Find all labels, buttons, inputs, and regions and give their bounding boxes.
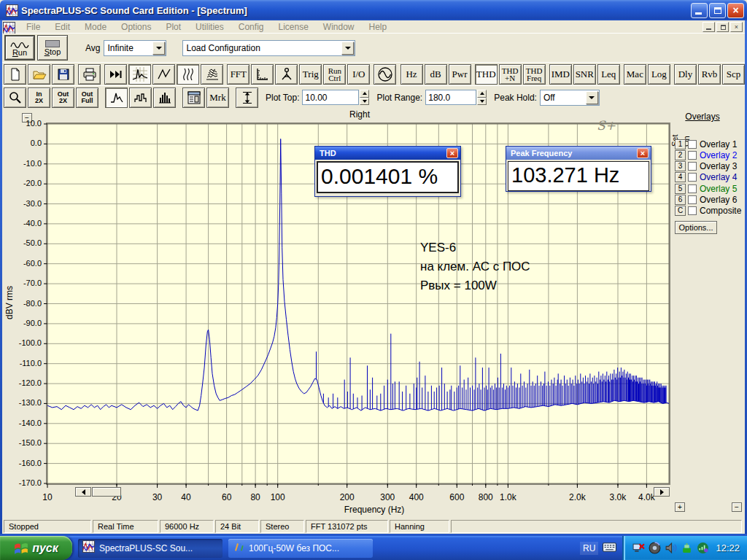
zoom-out-pane-button[interactable]: −: [732, 502, 742, 512]
zoom-in-2x-button[interactable]: In 2X: [28, 88, 50, 108]
overlay-on-checkbox-C[interactable]: [688, 206, 697, 215]
db-units-button[interactable]: dB: [425, 64, 447, 85]
close-icon[interactable]: ×: [637, 148, 649, 158]
imd-button[interactable]: IMD: [549, 64, 572, 85]
fast-forward-button[interactable]: [104, 64, 127, 85]
hz-units-button[interactable]: Hz: [400, 64, 423, 85]
snr-button[interactable]: SNR: [573, 64, 596, 85]
mdi-restore-button[interactable]: [716, 22, 729, 32]
menu-utilities[interactable]: Utilities: [188, 22, 231, 32]
reverb-button[interactable]: Rvb: [698, 64, 721, 85]
overlay-set-button-C[interactable]: C: [675, 206, 686, 216]
io-device-button[interactable]: I/O: [347, 64, 370, 85]
marker-button[interactable]: Mrk: [206, 88, 229, 108]
bar-graph-view-button[interactable]: [153, 88, 176, 108]
menu-window[interactable]: Window: [316, 22, 362, 32]
leq-button[interactable]: Leq: [597, 64, 620, 85]
configuration-select[interactable]: Load Configuration: [182, 40, 355, 56]
plot-top-input[interactable]: [302, 90, 359, 105]
plot-range-input[interactable]: [425, 90, 476, 105]
thd-freq-button[interactable]: THD Freq: [523, 64, 546, 85]
scroll-left-button[interactable]: [75, 487, 91, 497]
overlay-on-checkbox-5[interactable]: [688, 184, 697, 193]
overlay-on-checkbox-4[interactable]: [688, 173, 697, 182]
plot-top-spinner[interactable]: [360, 90, 369, 105]
peak-curve-view-button[interactable]: [105, 88, 128, 108]
overlay-set-button-1[interactable]: 1: [675, 139, 686, 149]
thd-window[interactable]: THD × 0.001401 %: [314, 146, 461, 197]
media-player-icon[interactable]: [649, 542, 661, 554]
display-options-button[interactable]: [182, 88, 205, 108]
menu-mode[interactable]: Mode: [77, 22, 114, 32]
taskbar-clock[interactable]: 12:22: [716, 542, 740, 553]
taskbar-task-1[interactable]: SpectraPLUS-SC Sou...: [78, 539, 222, 558]
overlay-set-button-3[interactable]: 3: [675, 161, 686, 171]
mdi-minimize-button[interactable]: [703, 22, 715, 32]
thd-window-titlebar[interactable]: THD ×: [315, 147, 460, 160]
zoom-out-2x-button[interactable]: Out 2X: [52, 88, 74, 108]
new-file-button[interactable]: [4, 64, 26, 85]
scroll-right-button[interactable]: [654, 487, 670, 497]
taskbar-task-2[interactable]: 100Гц-50W без ПОС...: [228, 539, 373, 558]
close-icon[interactable]: ×: [446, 148, 458, 158]
scroll-thumb[interactable]: [92, 487, 121, 497]
peak-hold-select[interactable]: Off: [540, 90, 600, 106]
overlay-set-button-2[interactable]: 2: [675, 150, 686, 160]
spectrum-view-button[interactable]: [128, 64, 151, 85]
thd-button[interactable]: THD: [475, 64, 498, 85]
menu-edit[interactable]: Edit: [47, 22, 77, 32]
keyboard-icon[interactable]: [603, 542, 616, 555]
close-button[interactable]: ×: [727, 3, 744, 18]
zoom-button[interactable]: [4, 88, 26, 108]
avg-select[interactable]: Infinite: [104, 40, 166, 56]
peak-frequency-window[interactable]: Peak Frequency × 103.271 Hz: [506, 146, 651, 192]
scaling-button[interactable]: [251, 64, 274, 85]
overlay-on-checkbox-1[interactable]: [688, 140, 697, 149]
overlay-on-checkbox-6[interactable]: [688, 195, 697, 204]
menu-plot[interactable]: Plot: [158, 22, 188, 32]
save-file-button[interactable]: [52, 64, 74, 85]
scope-button[interactable]: Scp: [722, 64, 745, 85]
network-error-icon[interactable]: [632, 542, 645, 554]
plot-range-spinner[interactable]: [477, 90, 487, 105]
waveform-view-button[interactable]: [152, 64, 175, 85]
peak-frequency-titlebar[interactable]: Peak Frequency ×: [506, 147, 651, 160]
menu-help[interactable]: Help: [362, 22, 395, 32]
menu-license[interactable]: License: [271, 22, 315, 32]
zoom-in-pane-button[interactable]: +: [675, 502, 685, 512]
delay-button[interactable]: Dly: [674, 64, 697, 85]
run-control-button[interactable]: Run Ctrl: [323, 64, 346, 85]
title-bar[interactable]: SpectraPLUS-SC Sound Card Edition - [Spe…: [0, 0, 747, 20]
overlay-options-button[interactable]: Options...: [675, 221, 717, 234]
trigger-button[interactable]: Trig: [299, 64, 322, 85]
overlay-set-button-6[interactable]: 6: [675, 195, 686, 205]
overlay-set-button-4[interactable]: 4: [675, 172, 686, 182]
volume-icon[interactable]: [665, 542, 677, 554]
network-activity-icon[interactable]: [697, 542, 709, 554]
macro-button[interactable]: Mac: [624, 64, 646, 85]
menu-options[interactable]: Options: [114, 22, 158, 32]
menu-file[interactable]: File: [19, 22, 47, 32]
logging-button[interactable]: Log: [648, 64, 670, 85]
usb-device-icon[interactable]: [681, 542, 693, 554]
open-file-button[interactable]: [28, 64, 50, 85]
start-button[interactable]: пуск: [0, 536, 72, 560]
spectrogram-view-button[interactable]: [177, 64, 199, 85]
language-indicator[interactable]: RU: [580, 542, 598, 555]
stop-button[interactable]: Stop: [37, 35, 68, 61]
run-button[interactable]: Run: [4, 35, 35, 61]
signal-generator-button[interactable]: [374, 64, 396, 85]
overlay-on-checkbox-3[interactable]: [688, 162, 697, 171]
mdi-close-button[interactable]: ×: [730, 22, 743, 32]
print-button[interactable]: [78, 64, 101, 85]
minimize-button[interactable]: [691, 3, 708, 18]
power-button[interactable]: Pwr: [449, 64, 471, 85]
thd-plus-n-button[interactable]: THD +N: [499, 64, 522, 85]
restore-button[interactable]: [709, 3, 726, 18]
zoom-out-full-button[interactable]: Out Full: [76, 88, 98, 108]
stepped-view-button[interactable]: [129, 88, 152, 108]
vertical-scale-button[interactable]: [236, 88, 258, 108]
menu-config[interactable]: Config: [231, 22, 271, 32]
overlay-set-button-5[interactable]: 5: [675, 184, 686, 194]
overlay-on-checkbox-2[interactable]: [688, 151, 697, 160]
